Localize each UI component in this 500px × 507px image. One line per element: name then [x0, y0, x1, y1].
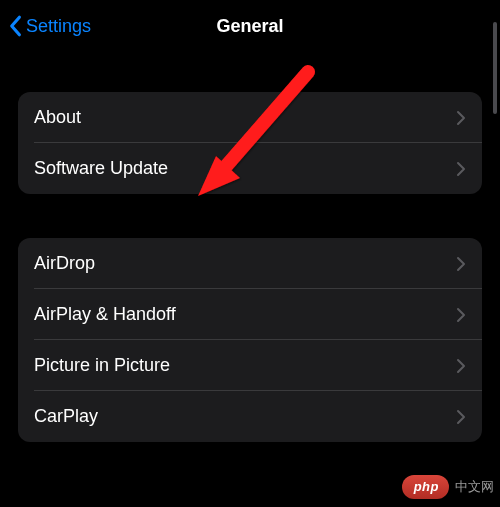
row-airdrop[interactable]: AirDrop — [18, 238, 482, 289]
back-label: Settings — [26, 16, 91, 37]
row-label: Picture in Picture — [34, 355, 170, 376]
chevron-left-icon — [8, 15, 22, 37]
content: About Software Update AirDrop AirPlay & … — [0, 92, 500, 442]
back-button[interactable]: Settings — [8, 15, 91, 37]
chevron-right-icon — [456, 110, 466, 126]
row-carplay[interactable]: CarPlay — [18, 391, 482, 442]
row-label: Software Update — [34, 158, 168, 179]
chevron-right-icon — [456, 256, 466, 272]
row-label: AirPlay & Handoff — [34, 304, 176, 325]
php-badge: php — [402, 475, 449, 499]
settings-group-1: About Software Update — [18, 92, 482, 194]
chevron-right-icon — [456, 161, 466, 177]
row-label: AirDrop — [34, 253, 95, 274]
row-label: About — [34, 107, 81, 128]
page-title: General — [216, 16, 283, 37]
watermark: php 中文网 — [402, 475, 494, 499]
row-label: CarPlay — [34, 406, 98, 427]
nav-bar: Settings General — [0, 0, 500, 52]
watermark-text: 中文网 — [455, 478, 494, 496]
row-about[interactable]: About — [18, 92, 482, 143]
row-picture-in-picture[interactable]: Picture in Picture — [18, 340, 482, 391]
settings-group-2: AirDrop AirPlay & Handoff Picture in Pic… — [18, 238, 482, 442]
chevron-right-icon — [456, 358, 466, 374]
scrollbar[interactable] — [493, 22, 497, 114]
chevron-right-icon — [456, 409, 466, 425]
row-airplay-handoff[interactable]: AirPlay & Handoff — [18, 289, 482, 340]
row-software-update[interactable]: Software Update — [18, 143, 482, 194]
chevron-right-icon — [456, 307, 466, 323]
